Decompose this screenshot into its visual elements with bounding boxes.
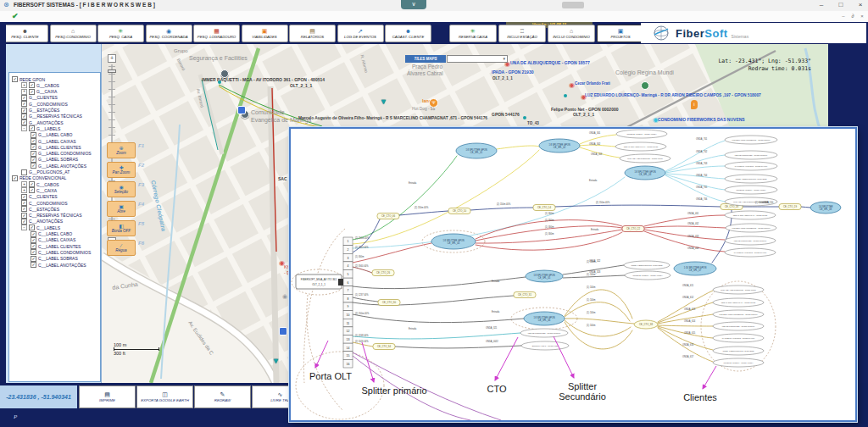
tree-item-g-label-sobras[interactable]: ✓G__LABEL SOBRAS — [31, 157, 78, 163]
tree-item-g-label-anota-es[interactable]: ✓G__LABEL ANOTAÇÕES — [31, 163, 86, 169]
tree-item-c-clientes[interactable]: ✓C__CLIENTES — [21, 194, 58, 200]
chevron-tab[interactable]: ∨ — [401, 0, 426, 9]
tree-checkbox[interactable]: ✓ — [21, 219, 27, 225]
toolbar-button-reserva-caixa[interactable]: ✳RESERVA CAIXA — [449, 25, 497, 42]
tree-checkbox[interactable]: ✓ — [31, 132, 36, 138]
tree-checkbox[interactable]: ✓ — [31, 151, 36, 157]
toolbar-button-log-de-eventos[interactable]: ↗LOG DE EVENTOS — [337, 25, 384, 42]
toolbar-button-projetos[interactable]: ▣PROJETOS — [597, 25, 644, 42]
tree-item-c-caixa[interactable]: +✓C__CAIXA — [21, 187, 57, 193]
tree-checkbox[interactable]: ✓ — [21, 206, 27, 212]
tree-item-c-labels[interactable]: −✓C__LABELS — [21, 225, 60, 230]
tree-checkbox[interactable]: ✓ — [31, 262, 36, 268]
child-control-minimize[interactable]: – — [839, 14, 848, 19]
child-control-close[interactable]: × — [858, 14, 866, 19]
toolbar-button-pesq-condominio[interactable]: ⌂PESQ.CONDOMINIO — [50, 25, 97, 42]
toolbar-button-pesq-logradouro[interactable]: ▦PESQ. LOGRADOURO — [193, 25, 240, 42]
window-control-maximize[interactable]: □ — [835, 1, 847, 8]
tree-expander-icon[interactable]: + — [21, 89, 27, 95]
tree-item-c-condominios[interactable]: ✓C__CONDOMINIOS — [21, 200, 68, 206]
tree-item-g-cabos[interactable]: +✓G__CABOS — [21, 82, 59, 88]
tree-checkbox[interactable]: ✓ — [21, 114, 27, 119]
tree-checkbox[interactable]: ✓ — [21, 101, 27, 107]
tree-checkbox[interactable]: ✓ — [29, 181, 35, 187]
footer-button-imprime[interactable]: ▤IMPRIME — [79, 385, 136, 408]
tree-expander-icon[interactable]: + — [21, 181, 27, 187]
tree-item-c-reservas-t-cnicas[interactable]: ✓C__RESERVAS TÉCNICAS — [21, 213, 82, 219]
tree-checkbox[interactable] — [21, 169, 27, 175]
tree-checkbox[interactable]: ✓ — [31, 231, 36, 237]
tree-checkbox[interactable]: ✓ — [29, 187, 35, 193]
footer-button-redraw[interactable]: ✎REDRAW — [194, 385, 251, 408]
tree-item-c-label-anota-es[interactable]: ✓C__LABEL ANOTAÇÕES — [31, 262, 86, 268]
tree-item-g-caixa[interactable]: +✓G__CAIXA — [21, 89, 57, 95]
tree-item-c-label-clientes[interactable]: ✓C__LABEL CLIENTES — [31, 243, 81, 249]
tree-item-rede-gpon[interactable]: ✓REDE GPON — [12, 76, 45, 82]
tree-checkbox[interactable]: ✓ — [12, 76, 18, 82]
toolbar-button-pesq-caixa[interactable]: ✳PESQ. CAIXA — [97, 25, 144, 42]
tree-item-g-clientes[interactable]: ✓G__CLIENTES — [21, 95, 58, 101]
toolbar-button-inclui-condominio[interactable]: ⌂INCLUI CONDOMINIO — [548, 25, 595, 42]
tree-item-c-label-condominios[interactable]: ✓C__LABEL CONDOMINIOS — [31, 249, 91, 255]
tree-item-g-labels[interactable]: −✓G__LABELS — [21, 125, 60, 131]
toolbar-button-pesq-coordenada[interactable]: ◉PESQ. COORDENADA — [146, 25, 192, 42]
toolbar-button-inclui-esta-o[interactable]: ♖INCLUI ESTAÇÃO — [498, 25, 546, 42]
tree-checkbox[interactable]: ✓ — [29, 89, 35, 95]
tree-checkbox[interactable]: ✓ — [31, 237, 36, 243]
tree-checkbox[interactable]: ✓ — [31, 157, 36, 163]
tiles-maps-select[interactable]: ▾ — [447, 55, 508, 63]
tree-checkbox[interactable]: ✓ — [21, 200, 27, 206]
tree-item-g-poligonos-at[interactable]: G__POLIGONOS_AT — [21, 169, 70, 175]
map-tool-abre[interactable]: ▣Abre — [107, 201, 136, 217]
child-control-restore[interactable]: ∂ — [849, 14, 857, 19]
tree-checkbox[interactable]: ✓ — [31, 163, 36, 169]
tree-expander-icon[interactable]: − — [21, 225, 27, 230]
tree-item-g-label-condominios[interactable]: ✓G__LABEL CONDOMINIOS — [31, 151, 92, 157]
tree-checkbox[interactable]: ✓ — [31, 249, 36, 255]
tree-checkbox[interactable]: ✓ — [29, 125, 35, 131]
tree-item-c-label-cabo[interactable]: ✓C__LABEL CABO — [31, 231, 72, 237]
toolbar-button-pesq-cliente[interactable]: ☻PESQ. CLIENTE — [2, 25, 48, 42]
toolbar-button-relat-rios[interactable]: ▤RELATÓRIOS — [289, 25, 336, 42]
tree-item-g-esta-es[interactable]: ✓G__ESTAÇÕES — [21, 108, 59, 114]
tree-checkbox[interactable]: ✓ — [31, 256, 36, 262]
tree-item-g-label-caixas[interactable]: ✓G__LABEL CAIXAS — [31, 138, 76, 144]
tree-expander-icon[interactable]: − — [21, 125, 27, 131]
window-control-close[interactable]: × — [854, 1, 866, 8]
tree-item-c-label-caixas[interactable]: ✓C__LABEL CAIXAS — [31, 237, 75, 243]
top-dropdown-stub[interactable] — [562, 2, 584, 8]
toolbar-button-cadast-cliente[interactable]: ☻CADAST. CLIENTE — [385, 25, 431, 42]
tree-item-c-anota-es[interactable]: ✓C__ANOTAÇÕES — [21, 219, 63, 225]
tree-checkbox[interactable]: ✓ — [21, 119, 27, 125]
tree-checkbox[interactable]: ✓ — [12, 175, 18, 181]
zoom-in-button[interactable]: + — [108, 54, 116, 63]
tree-item-g-label-clientes[interactable]: ✓G__LABEL CLIENTES — [31, 144, 81, 150]
tree-checkbox[interactable]: ✓ — [31, 144, 36, 150]
tree-expander-icon[interactable]: + — [21, 82, 27, 88]
map-tool-sele-o[interactable]: ◉Seleção — [107, 181, 136, 197]
tree-checkbox[interactable]: ✓ — [29, 225, 35, 230]
zoom-slider-handle[interactable] — [108, 69, 116, 73]
toolbar-button-viabilidades[interactable]: ▣VIABILIDADES — [242, 25, 288, 42]
tree-item-c-esta-es[interactable]: ✓C__ESTAÇÕES — [21, 206, 59, 212]
tree-checkbox[interactable]: ✓ — [29, 82, 35, 88]
map-tool-r-gua[interactable]: ∕Régua — [107, 240, 136, 256]
map-tool-borda-off[interactable]: ◧Borda OFF — [107, 220, 136, 236]
map-tool-pan-zoom[interactable]: ✚Pan Zoom — [107, 162, 136, 178]
tree-expander-icon[interactable]: + — [21, 187, 27, 193]
tree-item-g-reservas-t-cnicas[interactable]: ✓G__RESERVAS TÉCNICAS — [21, 114, 82, 119]
tree-checkbox[interactable]: ✓ — [21, 95, 27, 101]
tree-item-rede-convencional[interactable]: ✓REDE CONVENCIONAL — [12, 175, 66, 181]
footer-button-exporta-google-earth[interactable]: ◫EXPORTA GOOGLE EARTH — [136, 385, 193, 408]
map-tool-zoom[interactable]: ⊕Zoom — [107, 142, 136, 158]
tree-item-g-label-cabo[interactable]: ✓G__LABEL CABO — [31, 132, 72, 138]
tree-item-g-anota-es[interactable]: ✓G__ANOTAÇÕES — [21, 119, 63, 125]
tree-item-c-label-sobras[interactable]: ✓C__LABEL SOBRAS — [31, 256, 78, 262]
tree-item-c-cabos[interactable]: +✓C__CABOS — [21, 181, 59, 187]
tree-item-g-condominios[interactable]: ✓G__CONDOMINIOS — [21, 101, 68, 107]
tree-checkbox[interactable]: ✓ — [31, 243, 36, 249]
window-control-minimize[interactable]: – — [815, 1, 827, 8]
tree-checkbox[interactable]: ✓ — [21, 194, 27, 200]
tree-checkbox[interactable]: ✓ — [21, 213, 27, 219]
tree-checkbox[interactable]: ✓ — [31, 138, 36, 144]
